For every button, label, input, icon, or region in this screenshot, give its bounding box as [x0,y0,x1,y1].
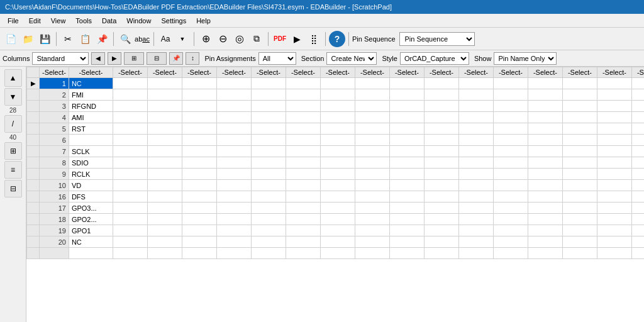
header-select-num[interactable]: -Select- [40,67,69,78]
menu-help[interactable]: Help [191,16,216,26]
header-col-16[interactable]: -Select- [562,67,597,78]
search-button[interactable]: 🔍 [117,31,133,47]
zoom-in-button[interactable]: ⊕ [197,31,214,47]
header-col-5[interactable]: -Select- [182,67,216,78]
menu-file[interactable]: File [3,16,24,26]
open-button[interactable]: 📁 [19,31,36,47]
header-col-4[interactable]: -Select- [147,67,182,78]
table-row[interactable]: 2FMI [27,89,645,101]
grid-button[interactable]: ⣿ [306,31,322,47]
zoom-out-button[interactable]: ⊖ [214,31,231,47]
table-row[interactable] [27,248,645,259]
export-button[interactable]: ▶ [289,31,305,47]
pin-sequence-dropdown[interactable]: Pin Sequence [399,32,475,46]
table-row[interactable]: 5RST [27,123,645,135]
header-col-9[interactable]: -Select- [320,67,355,78]
menu-settings[interactable]: Settings [156,16,191,26]
sep7 [348,32,349,46]
section-dropdown[interactable]: Create New [326,52,377,65]
row-empty-cell [562,101,597,112]
row-empty-cell [562,123,597,135]
table-row[interactable]: 18GPO2... [27,214,645,225]
col-right-button[interactable]: ▶ [108,52,121,65]
menu-edit[interactable]: Edit [24,16,46,26]
header-select-name[interactable]: -Select- [69,67,113,78]
style-dropdown[interactable]: OrCAD_Capture [400,52,469,65]
side-up-button[interactable]: ▲ [4,69,22,87]
table-row[interactable]: 20NC [27,236,645,248]
row-empty-cell [113,112,147,123]
row-empty-cell [182,214,216,225]
sep2 [113,32,114,46]
menu-tools[interactable]: Tools [70,16,97,26]
cut-button[interactable]: ✂ [60,31,76,47]
header-col-18[interactable]: -Select- [631,67,644,78]
menu-view[interactable]: View [46,16,71,26]
table-row[interactable]: 19GPO1 [27,225,645,236]
pin-assignments-dropdown[interactable]: All [258,52,296,65]
row-empty-cell [424,101,458,112]
table-row[interactable]: 8SDIO [27,157,645,169]
header-col-15[interactable]: -Select- [528,67,562,78]
zoom-select-button[interactable]: ⧉ [248,31,265,47]
table-row[interactable]: 16DFS [27,191,645,203]
col-remove-button[interactable]: ⊟ [147,52,167,65]
file-tools: 📄 📁 💾 [3,31,53,47]
row-empty-cell [251,112,286,123]
table-row[interactable]: 6 [27,135,645,146]
header-col-13[interactable]: -Select- [458,67,493,78]
header-col-11[interactable]: -Select- [389,67,424,78]
pin2-icon-button[interactable]: ↕ [186,52,199,65]
pdf-button[interactable]: PDF [272,31,288,47]
header-col-7[interactable]: -Select- [251,67,286,78]
table-row[interactable]: 4AMI [27,112,645,123]
help-button[interactable]: ? [329,31,345,47]
side-down-button[interactable]: ▼ [4,88,22,106]
table-row[interactable]: 17GPO3... [27,203,645,214]
table-row[interactable]: 7SCLK [27,146,645,157]
new-button[interactable]: 📄 [3,31,19,47]
row-empty-cell [147,135,182,146]
table-row[interactable]: 10VD [27,180,645,191]
table-row[interactable]: 9RCLK [27,169,645,180]
zoom-fit-button[interactable]: ◎ [231,31,248,47]
row-empty-cell [389,214,424,225]
row-empty-cell [113,123,147,135]
side-table-button[interactable]: ⊟ [4,180,22,197]
row-empty-cell [216,236,251,248]
spell-button[interactable]: abac [134,31,150,47]
header-col-6[interactable]: -Select- [216,67,251,78]
row-empty-cell [113,191,147,203]
show-dropdown[interactable]: Pin Name Only [494,52,557,65]
header-col-17[interactable]: -Select- [597,67,631,78]
side-stack-button[interactable]: ≡ [4,161,22,179]
side-slash-button[interactable]: / [4,115,22,133]
header-col-3[interactable]: -Select- [113,67,147,78]
font-button[interactable]: Aa [157,31,174,47]
row-empty-cell [147,191,182,203]
menu-window[interactable]: Window [121,16,156,26]
pin-icon-button[interactable]: 📌 [169,52,183,65]
font-down-button[interactable]: ▼ [174,31,191,47]
show-label: Show [474,55,492,62]
col-left-button[interactable]: ◀ [91,52,105,65]
header-col-10[interactable]: -Select- [355,67,389,78]
columns-dropdown[interactable]: Standard [32,52,89,65]
row-name-cell: NC [69,236,113,248]
table-row[interactable]: 3RFGND [27,101,645,112]
header-col-14[interactable]: -Select- [493,67,528,78]
row-number-cell: 1 [40,78,69,89]
menu-data[interactable]: Data [97,16,121,26]
paste-button[interactable]: 📌 [94,31,110,47]
side-grid-button[interactable]: ⊞ [4,142,22,160]
row-empty-cell [113,180,147,191]
toolbar: 📄 📁 💾 ✂ 📋 📌 🔍 abac Aa ▼ ⊕ ⊖ ◎ ⧉ PDF ▶ ⣿ … [0,28,644,50]
table-row[interactable]: ▶1NC [27,78,645,89]
header-col-12[interactable]: -Select- [424,67,458,78]
save-button[interactable]: 💾 [36,31,53,47]
copy-button[interactable]: 📋 [77,31,93,47]
col-add-button[interactable]: ⊞ [124,52,144,65]
header-col-8[interactable]: -Select- [286,67,320,78]
row-empty-cell [251,123,286,135]
row-empty-cell [216,248,251,259]
